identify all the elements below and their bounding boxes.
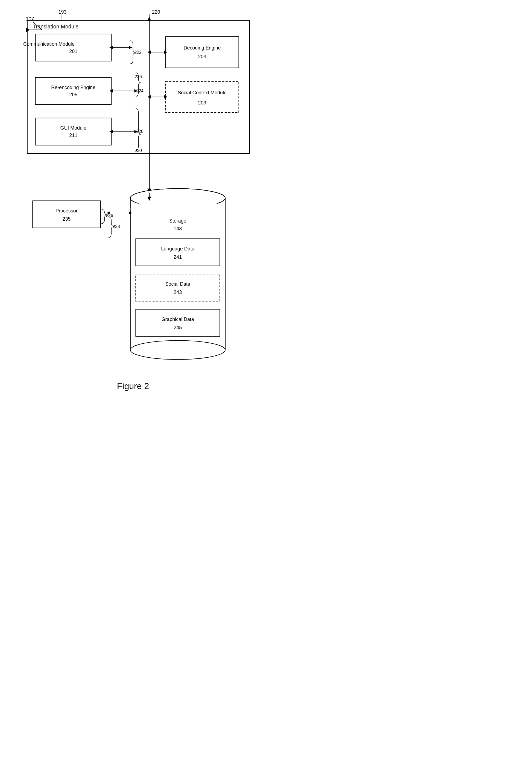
decoding-ref: 203 (198, 54, 207, 59)
reencoding-box (35, 77, 111, 104)
social-context-box (166, 82, 239, 113)
social-data-box (135, 274, 220, 301)
processor-box (33, 201, 100, 228)
communication-module-box (35, 34, 111, 61)
social-data-label: Social Data (165, 281, 190, 287)
language-data-box (135, 239, 220, 266)
ref-193: 193 (59, 9, 67, 15)
social-data-ref: 243 (174, 289, 182, 295)
storage-ref: 143 (174, 226, 182, 231)
figure-label: Figure 2 (117, 381, 149, 391)
ref-238: 238 (113, 224, 120, 229)
ref-220: 220 (152, 9, 160, 15)
comm-module-ref: 201 (69, 49, 77, 54)
language-data-ref: 241 (174, 254, 182, 260)
comm-module-label: Communication Module (23, 41, 75, 47)
storage-label: Storage (169, 218, 186, 224)
gui-ref: 211 (69, 133, 77, 138)
ref-226: 226 (134, 74, 142, 79)
svg-point-25 (130, 199, 225, 218)
translation-module-label: Translation Module (33, 24, 79, 30)
reencoding-label: Re-encoding Engine (51, 85, 95, 90)
main-diagram: 107 193 220 Translation Module Communica… (11, 5, 255, 372)
gui-label: GUI Module (60, 125, 86, 131)
processor-ref: 235 (62, 216, 70, 222)
ref-224: 224 (136, 89, 144, 93)
svg-marker-9 (129, 46, 132, 49)
storage-bottom-ellipse (130, 340, 225, 359)
graphical-data-label: Graphical Data (162, 317, 194, 322)
ref-222: 222 (134, 50, 142, 55)
svg-marker-2 (26, 27, 30, 33)
gui-module-box (35, 118, 111, 145)
ref-228: 228 (136, 129, 144, 134)
social-context-ref: 209 (198, 100, 207, 105)
social-context-label: Social Context Module (178, 90, 227, 95)
diagram-container: 107 193 220 Translation Module Communica… (11, 5, 255, 373)
reencoding-ref: 205 (69, 92, 77, 97)
processor-label: Processor (56, 208, 77, 214)
graphical-data-ref: 245 (174, 325, 182, 330)
language-data-label: Language Data (161, 246, 194, 252)
ref-230: 230 (134, 148, 142, 153)
decoding-engine-box (166, 37, 239, 68)
graphical-data-box (135, 309, 220, 336)
decoding-label: Decoding Engine (184, 45, 221, 51)
